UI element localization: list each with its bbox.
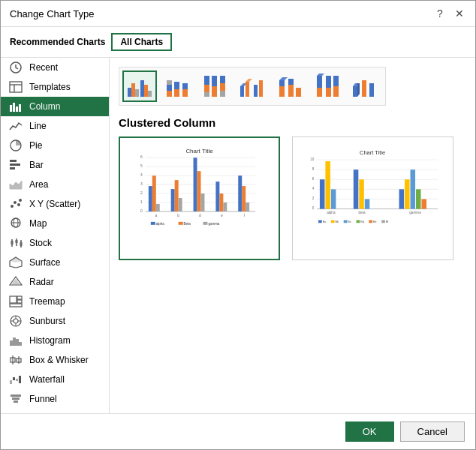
svg-rect-120: [152, 176, 156, 212]
chart-type-stacked-column[interactable]: [160, 70, 194, 102]
svg-rect-91: [317, 76, 322, 88]
sidebar-label-stock: Stock: [29, 238, 52, 248]
svg-text:Beta: Beta: [184, 222, 191, 226]
chart-svg-1: Chart Title 0 1 2 3 4: [125, 142, 274, 254]
titlebar-controls: ? ✕: [433, 7, 466, 20]
svg-rect-51: [19, 376, 21, 383]
svg-rect-166: [405, 179, 410, 208]
chart-type-100-stacked-column[interactable]: [197, 70, 232, 102]
svg-rect-159: [320, 179, 325, 208]
sidebar-item-area[interactable]: Area: [1, 175, 109, 194]
dialog-footer: OK Cancel: [1, 413, 475, 449]
dialog-tabs: Recommended Charts All Charts: [1, 27, 475, 58]
svg-rect-121: [156, 204, 160, 212]
sidebar-label-sunburst: Sunburst: [29, 316, 65, 326]
svg-rect-75: [212, 86, 217, 97]
cancel-button[interactable]: Cancel: [400, 422, 465, 442]
svg-rect-129: [219, 194, 223, 212]
sidebar-item-surface[interactable]: Surface: [1, 253, 109, 272]
svg-rect-74: [212, 76, 217, 86]
chart-type-3d-clustered-column[interactable]: [235, 70, 270, 102]
chart-preview-1[interactable]: Chart Title 0 1 2 3 4: [119, 136, 280, 260]
column-icon: [8, 100, 23, 112]
sidebar-item-sunburst[interactable]: Sunburst: [1, 311, 109, 331]
sidebar-item-templates[interactable]: Templates: [1, 77, 109, 97]
chart-type-3d-100-stacked-column[interactable]: [310, 70, 345, 102]
svg-rect-179: [357, 220, 360, 223]
svg-rect-64: [167, 85, 172, 91]
sidebar-label-map: Map: [29, 218, 47, 229]
svg-rect-163: [359, 179, 364, 208]
svg-rect-84: [259, 80, 263, 97]
svg-text:2: 2: [140, 191, 143, 195]
sidebar-item-treemap[interactable]: Treemap: [1, 292, 109, 311]
titlebar: Change Chart Type ? ✕: [1, 1, 475, 27]
boxwhisker-icon: [8, 354, 23, 366]
svg-rect-141: [179, 222, 183, 225]
svg-text:10: 10: [310, 158, 315, 161]
svg-rect-4: [10, 105, 12, 112]
svg-text:6: 6: [312, 177, 315, 181]
svg-point-13: [11, 205, 14, 208]
chart-previews: Chart Title 0 1 2 3 4: [119, 136, 466, 404]
line-icon: [8, 120, 23, 132]
svg-rect-177: [344, 220, 348, 223]
sidebar-item-funnel[interactable]: Funnel: [1, 389, 109, 409]
sidebar: Recent Templates Column: [1, 58, 110, 413]
sidebar-item-map[interactable]: Map: [1, 214, 109, 233]
chart-type-3d-column[interactable]: [348, 70, 382, 102]
surface-icon: [8, 256, 23, 268]
waterfall-icon: [8, 374, 23, 386]
sidebar-item-boxwhisker[interactable]: Box & Whisker: [1, 350, 109, 370]
help-button[interactable]: ?: [433, 7, 447, 20]
svg-rect-95: [326, 88, 331, 97]
close-button[interactable]: ✕: [453, 7, 466, 20]
ok-button[interactable]: OK: [345, 422, 394, 442]
sidebar-label-line: Line: [29, 121, 47, 131]
svg-rect-25: [20, 242, 23, 246]
svg-text:Re: Re: [373, 220, 377, 224]
sidebar-item-pie[interactable]: Pie: [1, 136, 109, 155]
svg-rect-68: [174, 89, 179, 97]
svg-text:e: e: [221, 214, 223, 218]
svg-rect-89: [288, 79, 294, 85]
sidebar-item-line[interactable]: Line: [1, 116, 109, 136]
tab-all-charts[interactable]: All Charts: [111, 33, 172, 51]
sidebar-item-recent[interactable]: Recent: [1, 58, 109, 77]
svg-rect-92: [317, 88, 322, 97]
sidebar-item-radar[interactable]: Radar: [1, 272, 109, 292]
sidebar-item-stock[interactable]: Stock: [1, 233, 109, 253]
svg-rect-133: [246, 202, 249, 212]
svg-rect-72: [204, 85, 209, 92]
svg-text:6: 6: [140, 155, 143, 159]
svg-text:gamma: gamma: [208, 222, 219, 226]
svg-rect-71: [204, 76, 209, 85]
sidebar-item-histogram[interactable]: Histogram: [1, 331, 109, 350]
svg-rect-123: [175, 180, 179, 212]
svg-rect-165: [399, 189, 405, 208]
svg-rect-124: [179, 198, 182, 212]
sidebar-item-column[interactable]: Column: [1, 97, 109, 116]
svg-rect-5: [13, 103, 15, 112]
svg-rect-58: [128, 88, 131, 97]
chart-type-3d-stacked-column[interactable]: [273, 70, 307, 102]
sidebar-label-boxwhisker: Box & Whisker: [29, 355, 89, 365]
svg-rect-98: [353, 86, 357, 97]
chart-type-clustered-column[interactable]: [122, 70, 157, 102]
svg-rect-65: [167, 91, 172, 97]
sidebar-label-area: Area: [29, 179, 48, 190]
sidebar-item-scatter[interactable]: X Y (Scatter): [1, 194, 109, 214]
funnel-icon: [8, 393, 23, 405]
svg-rect-23: [15, 240, 18, 243]
svg-text:8: 8: [312, 167, 315, 171]
svg-rect-10: [10, 164, 20, 166]
svg-rect-126: [197, 171, 201, 212]
svg-rect-96: [333, 76, 339, 86]
sidebar-item-bar[interactable]: Bar: [1, 155, 109, 175]
svg-text:f: f: [244, 214, 246, 218]
svg-rect-31: [17, 296, 22, 299]
chart-preview-2[interactable]: Chart Title 0 2 4 6 8 10: [292, 136, 453, 260]
section-title: Clustered Column: [119, 116, 466, 129]
dialog-body: Recent Templates Column: [1, 58, 475, 413]
sidebar-item-waterfall[interactable]: Waterfall: [1, 370, 109, 389]
